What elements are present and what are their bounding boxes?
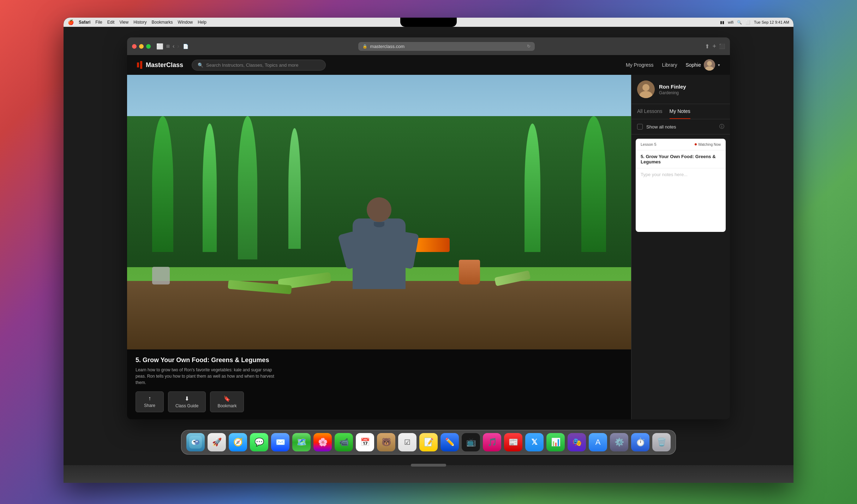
- dock-item-facetime[interactable]: 📹: [335, 433, 353, 451]
- video-person-container: [344, 197, 414, 289]
- menu-history[interactable]: History: [133, 20, 146, 25]
- share-browser-icon[interactable]: ⬆: [705, 43, 709, 50]
- dock-item-freeform[interactable]: ✏️: [441, 433, 459, 451]
- dock-item-calendar[interactable]: 📅: [356, 433, 374, 451]
- library-link[interactable]: Library: [662, 62, 677, 68]
- share-button[interactable]: ↑ Share: [136, 391, 164, 412]
- forward-button[interactable]: ›: [177, 43, 179, 49]
- dock-item-messages[interactable]: 💬: [250, 433, 268, 451]
- macbook-chin: [64, 465, 793, 483]
- refresh-icon[interactable]: ↻: [527, 44, 531, 49]
- notes-input-area[interactable]: Type your notes here...: [636, 168, 726, 232]
- dock-item-screen-time[interactable]: ⏱️: [631, 433, 649, 451]
- note-card: Lesson 5 Watching Now 5. Grow Your Own F…: [636, 139, 726, 232]
- class-guide-icon: ⬇: [185, 395, 189, 402]
- notes-info-icon[interactable]: ⓘ: [719, 124, 724, 130]
- person-torso: [353, 218, 406, 289]
- close-button[interactable]: [132, 44, 137, 49]
- dock-item-system-preferences[interactable]: ⚙️: [610, 433, 628, 451]
- dock-item-notes[interactable]: 📝: [419, 433, 438, 451]
- note-lesson-title: 5. Grow Your Own Food: Greens & Legumes: [636, 150, 726, 168]
- my-progress-link[interactable]: My Progress: [626, 62, 654, 68]
- tab-my-notes[interactable]: My Notes: [670, 104, 690, 119]
- sidebar-toggle-icon[interactable]: ⬜: [156, 43, 163, 50]
- shirt-neckline: [374, 222, 384, 227]
- tabs-overview-icon[interactable]: ⬛: [719, 43, 725, 49]
- dock-item-mail[interactable]: ✉️: [271, 433, 289, 451]
- minimize-button[interactable]: [139, 44, 144, 49]
- tab-all-lessons[interactable]: All Lessons: [637, 104, 663, 119]
- video-scene: [127, 75, 631, 349]
- dock-item-numbers[interactable]: 📊: [546, 433, 565, 451]
- browser-content: MasterClass 🔍 Search Instructors, Classe…: [127, 55, 730, 419]
- dock-item-finder[interactable]: [186, 433, 205, 451]
- menu-view[interactable]: View: [119, 20, 128, 25]
- dock-item-keynote[interactable]: 🎭: [568, 433, 586, 451]
- dock-item-photos[interactable]: 🌸: [313, 433, 332, 451]
- maximize-button[interactable]: [146, 44, 151, 49]
- back-button[interactable]: ‹: [173, 43, 174, 49]
- dock-item-launchpad[interactable]: 🚀: [208, 433, 226, 451]
- bookmark-button[interactable]: 🔖 Bookmark: [210, 391, 244, 412]
- user-avatar: [704, 59, 715, 71]
- veggie-3: [495, 270, 531, 286]
- macbook-chin-notch: [411, 464, 446, 467]
- control-center-icon[interactable]: ⬜: [745, 20, 750, 25]
- watching-now-badge: Watching Now: [695, 143, 721, 146]
- dock-item-appstore[interactable]: A: [589, 433, 607, 451]
- menu-bookmarks[interactable]: Bookmarks: [152, 20, 173, 25]
- user-name: Sophie: [685, 62, 701, 68]
- new-tab-button[interactable]: +: [712, 43, 716, 50]
- show-all-notes-checkbox[interactable]: [637, 124, 643, 130]
- user-menu[interactable]: Sophie ▾: [685, 59, 720, 71]
- mc-nav-right: My Progress Library Sophie: [626, 59, 720, 71]
- reader-icon[interactable]: 📄: [183, 44, 188, 49]
- watching-dot: [695, 143, 697, 145]
- mc-search-bar[interactable]: 🔍 Search Instructors, Classes, Topics an…: [192, 60, 326, 71]
- dock-item-twitter[interactable]: 𝕏: [525, 433, 544, 451]
- search-icon: 🔍: [198, 62, 203, 68]
- bg-plant-3: [238, 116, 257, 259]
- menu-safari[interactable]: Safari: [79, 20, 90, 25]
- dock-item-safari[interactable]: 🧭: [229, 433, 247, 451]
- video-player[interactable]: [127, 75, 631, 349]
- video-info-panel: 5. Grow Your Own Food: Greens & Legumes …: [127, 349, 631, 419]
- mc-navigation: MasterClass 🔍 Search Instructors, Classe…: [127, 55, 730, 75]
- watering-can: [152, 267, 170, 284]
- mc-logo[interactable]: MasterClass: [137, 61, 183, 69]
- dock-item-news[interactable]: 📰: [504, 433, 522, 451]
- logo-bar-1: [137, 62, 139, 67]
- sidebar-instructor-header: Ron Finley Gardening: [631, 75, 730, 104]
- chevron-down-icon: ▾: [718, 63, 720, 67]
- dock-item-bear[interactable]: 🐻: [377, 433, 395, 451]
- menu-edit[interactable]: Edit: [107, 20, 115, 25]
- browser-window: ⬜ ⊞ ‹ › 📄 🔒 masterclass.com ↻: [127, 37, 730, 419]
- dock-item-maps[interactable]: 🗺️: [292, 433, 311, 451]
- apple-menu-icon[interactable]: 🍎: [68, 19, 74, 25]
- instructor-subject: Gardening: [659, 90, 724, 95]
- dock-item-music[interactable]: 🎵: [483, 433, 501, 451]
- table-surface: [127, 281, 631, 350]
- menu-time: Tue Sep 12 9:41 AM: [754, 20, 789, 24]
- menu-help[interactable]: Help: [198, 20, 206, 25]
- menu-window[interactable]: Window: [178, 20, 193, 25]
- dock-item-trash[interactable]: 🗑️: [652, 433, 671, 451]
- menu-bar-right: ▮▮ wifi 🔍 ⬜ Tue Sep 12 9:41 AM: [720, 20, 789, 25]
- dock-item-appletv[interactable]: 📺: [462, 433, 480, 451]
- sidebar-tabs: All Lessons My Notes: [631, 104, 730, 119]
- tab-grid-icon[interactable]: ⊞: [166, 44, 170, 49]
- spotlight-icon[interactable]: 🔍: [737, 20, 742, 25]
- person-head: [367, 197, 391, 222]
- macbook-frame: 🍎 Safari File Edit View History Bookmark…: [64, 18, 793, 483]
- dock-item-reminders[interactable]: ☑: [398, 433, 416, 451]
- instructor-avatar: [637, 80, 655, 98]
- instructor-info: Ron Finley Gardening: [659, 84, 724, 95]
- mc-sidebar: Ron Finley Gardening All Lessons: [631, 75, 730, 419]
- logo-bar-2: [140, 61, 142, 69]
- flower-pot: [459, 260, 480, 284]
- video-description: Learn how to grow two of Ron's favorite …: [136, 367, 277, 386]
- menu-file[interactable]: File: [95, 20, 102, 25]
- svg-point-9: [193, 441, 195, 442]
- class-guide-button[interactable]: ⬇ Class Guide: [168, 391, 206, 412]
- address-bar[interactable]: 🔒 masterclass.com ↻: [358, 42, 535, 51]
